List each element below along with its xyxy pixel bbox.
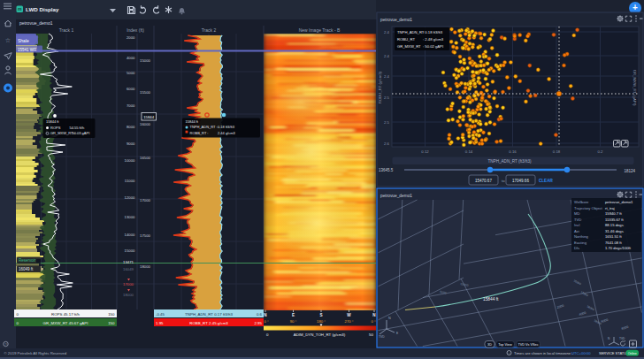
svg-text:4000: 4000 bbox=[126, 56, 135, 60]
svg-text:E: E bbox=[292, 313, 295, 317]
svg-text:0 °: 0 ° bbox=[264, 319, 268, 324]
svg-text:TNPH_ADN_RT :: TNPH_ADN_RT : bbox=[190, 125, 218, 129]
svg-text:m: m bbox=[18, 6, 22, 11]
svg-text:Easting: Easting bbox=[574, 241, 587, 245]
svg-text:Index (ft): Index (ft) bbox=[126, 27, 144, 33]
svg-text:Times are shown in local timez: Times are shown in local timezone - bbox=[514, 351, 573, 355]
svg-text:: 2.48 g/cm3: : 2.48 g/cm3 bbox=[423, 37, 444, 42]
svg-text:-0.45: -0.45 bbox=[156, 312, 165, 317]
svg-text:18000: 18000 bbox=[123, 293, 134, 297]
svg-text:GR_MXW_RT 45.67 gAPI: GR_MXW_RT 45.67 gAPI bbox=[43, 321, 88, 325]
svg-text:SERVICE STATUS: SERVICE STATUS bbox=[599, 351, 629, 355]
svg-text:2.95: 2.95 bbox=[254, 321, 262, 325]
svg-text:0.16: 0.16 bbox=[509, 149, 517, 154]
svg-text:3D: 3D bbox=[487, 343, 492, 347]
svg-text:1.95: 1.95 bbox=[156, 321, 164, 325]
svg-text:0.2: 0.2 bbox=[598, 149, 604, 154]
svg-text:180 °: 180 ° bbox=[317, 319, 326, 324]
svg-text:CLEAR: CLEAR bbox=[539, 179, 554, 183]
svg-text:Track 1: Track 1 bbox=[59, 27, 74, 33]
svg-text:15844 ft: 15844 ft bbox=[483, 297, 499, 302]
svg-text:15844 ft: 15844 ft bbox=[46, 119, 59, 124]
svg-text:12000: 12000 bbox=[125, 195, 136, 200]
svg-text:Shale: Shale bbox=[18, 38, 29, 43]
svg-text:Northing: Northing bbox=[574, 234, 588, 239]
svg-text:ROBU_RT: ROBU_RT bbox=[397, 37, 415, 42]
svg-text:W: W bbox=[347, 313, 351, 317]
svg-text:2.4: 2.4 bbox=[384, 30, 390, 34]
svg-text:11335.67 ft: 11335.67 ft bbox=[605, 218, 624, 222]
svg-text:14000: 14000 bbox=[125, 233, 136, 237]
svg-text:2.5: 2.5 bbox=[384, 95, 390, 100]
svg-text:petrovue_demo1: petrovue_demo1 bbox=[605, 200, 633, 204]
svg-text:Dls: Dls bbox=[574, 246, 579, 250]
svg-text:+: + bbox=[632, 3, 638, 12]
svg-text:90 °: 90 ° bbox=[290, 319, 297, 324]
svg-text:petrovue_demo1: petrovue_demo1 bbox=[380, 194, 412, 198]
svg-text:270 °: 270 ° bbox=[345, 319, 354, 324]
svg-text:9000: 9000 bbox=[126, 141, 135, 146]
svg-text:☆: ☆ bbox=[5, 37, 11, 43]
svg-text:0.14: 0.14 bbox=[465, 149, 473, 154]
svg-text:15541 WR: 15541 WR bbox=[18, 48, 37, 52]
svg-text:GR_MXW_RT (gAPI): GR_MXW_RT (gAPI) bbox=[632, 70, 637, 106]
svg-text:15000: 15000 bbox=[140, 58, 151, 63]
svg-text:1.70 degs/100ft: 1.70 degs/100ft bbox=[605, 246, 632, 250]
svg-text:15940.7 ft: 15940.7 ft bbox=[605, 211, 622, 216]
svg-text:15000: 15000 bbox=[125, 248, 136, 253]
svg-text:N: N bbox=[388, 317, 391, 320]
svg-text:1651.51 ft: 1651.51 ft bbox=[605, 234, 622, 239]
svg-text:TNPH_ADN_RT: TNPH_ADN_RT bbox=[397, 30, 425, 34]
svg-text:rt_traj: rt_traj bbox=[605, 206, 615, 210]
svg-text:2.6: 2.6 bbox=[384, 141, 390, 146]
svg-text:15500: 15500 bbox=[140, 90, 151, 95]
svg-text:2000: 2000 bbox=[126, 35, 135, 40]
svg-text:0.12: 0.12 bbox=[421, 149, 429, 154]
svg-text:0.18: 0.18 bbox=[553, 149, 561, 154]
svg-text:17000: 17000 bbox=[140, 198, 151, 202]
svg-text:Trajectory Object: Trajectory Object bbox=[574, 206, 603, 210]
svg-text:13471: 13471 bbox=[123, 260, 134, 264]
svg-text:Wellbore: Wellbore bbox=[574, 200, 589, 204]
svg-text:Track 2: Track 2 bbox=[202, 27, 217, 33]
svg-text:S: S bbox=[319, 313, 322, 317]
svg-text:50: 50 bbox=[369, 332, 373, 337]
svg-text:GR_MXW_RT: GR_MXW_RT bbox=[397, 44, 421, 49]
svg-text:?: ? bbox=[4, 343, 6, 347]
svg-text:GR_MXW_RT :: GR_MXW_RT : bbox=[50, 131, 75, 135]
svg-text:petrovue_demo1: petrovue_demo1 bbox=[380, 18, 412, 22]
svg-text:TVD: TVD bbox=[619, 337, 625, 340]
svg-text:16049 ft: 16049 ft bbox=[19, 267, 34, 271]
svg-text:15844 ft: 15844 ft bbox=[186, 119, 199, 124]
svg-text:10000: 10000 bbox=[125, 158, 136, 163]
svg-text:7000: 7000 bbox=[126, 103, 135, 108]
svg-text:18124: 18124 bbox=[624, 169, 635, 173]
svg-text:New Image Track - B: New Image Track - B bbox=[299, 27, 341, 33]
svg-text:17000: 17000 bbox=[123, 282, 134, 286]
svg-text:16049: 16049 bbox=[123, 267, 134, 271]
svg-text:LWD Display: LWD Display bbox=[26, 6, 59, 12]
svg-text:: 0.18 ft3/ft3: : 0.18 ft3/ft3 bbox=[423, 30, 443, 34]
svg-text:Online: Online bbox=[628, 352, 637, 355]
svg-text:© 2019 Petrolink All Rights Re: © 2019 Petrolink All Rights Reserved bbox=[4, 351, 67, 355]
svg-text:150: 150 bbox=[108, 312, 115, 317]
svg-text:TVD: TVD bbox=[379, 335, 385, 339]
svg-text:MD: MD bbox=[574, 211, 580, 216]
svg-text:ROPS: ROPS bbox=[50, 126, 61, 130]
svg-text:50.03 gAPI: 50.03 gAPI bbox=[73, 131, 90, 135]
svg-text:ROPS 45.17 ft/h: ROPS 45.17 ft/h bbox=[51, 312, 80, 317]
svg-text:ROBU_RT (g/cm3): ROBU_RT (g/cm3) bbox=[378, 71, 382, 103]
svg-text:TNPH_ADN_RT 0.17 ft3/ft3: TNPH_ADN_RT 0.17 ft3/ft3 bbox=[185, 312, 233, 317]
svg-text:ROBB_RT :: ROBB_RT : bbox=[190, 131, 209, 135]
svg-text:5000: 5000 bbox=[126, 71, 135, 75]
svg-text:ROBB_RT 2.45 g/cm3: ROBB_RT 2.45 g/cm3 bbox=[189, 321, 228, 325]
svg-text:Incl: Incl bbox=[574, 223, 580, 227]
svg-text:petrovue_demo1: petrovue_demo1 bbox=[19, 20, 53, 26]
svg-text:: 50.02 gAPI: : 50.02 gAPI bbox=[423, 44, 443, 49]
svg-text:8000: 8000 bbox=[126, 125, 135, 129]
svg-text:11000: 11000 bbox=[125, 179, 135, 183]
svg-text:31.46 degs: 31.46 degs bbox=[605, 229, 624, 233]
svg-text:88.15 degs: 88.15 degs bbox=[605, 223, 624, 227]
svg-text:TVD Vs VSec: TVD Vs VSec bbox=[518, 343, 538, 347]
svg-text:2.4: 2.4 bbox=[384, 74, 390, 79]
